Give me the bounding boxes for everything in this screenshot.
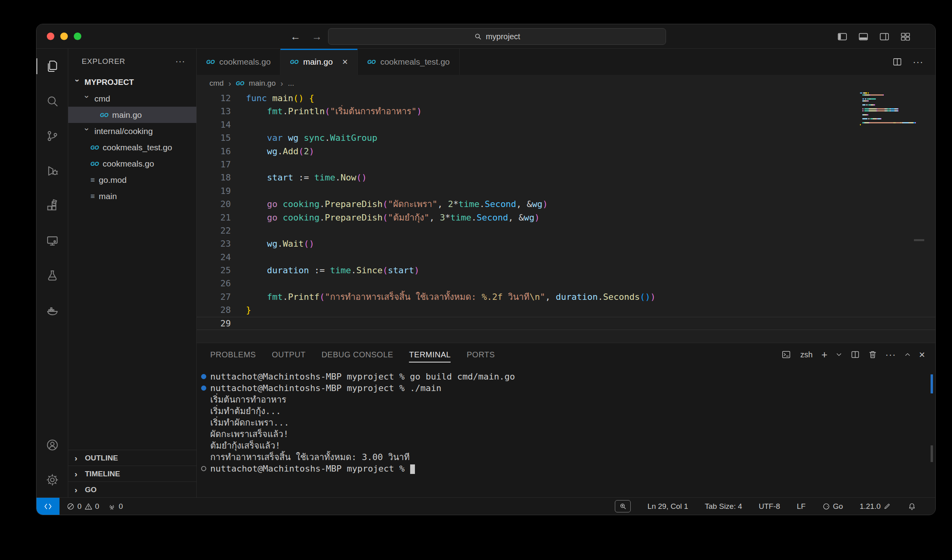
code-token: ) [309,146,314,156]
vscode-window: ← → myproject [36,24,935,515]
tab-main-go[interactable]: GOmain.go× [280,49,358,75]
section-go[interactable]: › GO [68,481,196,497]
command-center-search[interactable]: myproject [328,28,666,45]
terminal-text: ผัดกะเพราเสร็จแล้ว! [210,429,288,439]
remote-indicator[interactable] [36,498,60,515]
split-terminal-icon[interactable] [850,350,860,359]
code-token: wg [267,146,278,156]
code-token: time [330,265,351,275]
close-panel-icon[interactable]: × [919,349,925,361]
code-text: duration := time.Since(start) [246,264,419,277]
explorer-more-actions-icon[interactable]: ··· [175,56,185,67]
activity-run-debug[interactable] [36,153,68,188]
activity-explorer[interactable] [36,49,68,84]
tab-cookmeals-go[interactable]: GOcookmeals.go [197,49,280,75]
minimap[interactable] [860,92,919,128]
breadcrumb-item[interactable]: cmd [209,79,224,88]
tree-item-main[interactable]: ≡main [68,188,196,204]
breadcrumb-item[interactable]: ... [288,79,294,88]
terminal-dropdown-icon[interactable] [835,351,843,358]
notifications-bell-icon[interactable] [908,502,916,511]
code-text: var wg sync.WaitGroup [246,131,377,144]
minimize-window-button[interactable] [60,33,68,40]
code-token: main [272,93,293,103]
code-editor[interactable]: 12func main() {13 fmt.Println("เริ่มต้นก… [197,92,935,343]
code-token: { [309,93,314,103]
activity-settings[interactable] [36,462,68,497]
kill-terminal-trash-icon[interactable] [868,350,877,359]
new-terminal-icon[interactable]: + [821,349,827,361]
tree-item-cookmeals-go[interactable]: GOcookmeals.go [68,155,196,172]
panel-tab-terminal[interactable]: TERMINAL [409,343,451,366]
close-window-button[interactable] [47,33,54,40]
panel-tab-ports[interactable]: PORTS [466,343,495,366]
activity-docker[interactable] [36,293,68,328]
terminal-output[interactable]: nuttachot@Machintoshs-MBP myproject % go… [197,366,935,497]
title-bar[interactable]: ← → myproject [36,24,935,49]
activity-source-control[interactable] [36,119,68,153]
tree-root-myproject[interactable]: › MYPROJECT [68,74,196,90]
shell-name[interactable]: zsh [800,350,813,359]
panel-tab-problems[interactable]: PROBLEMS [210,343,256,366]
language-status[interactable]: Go [822,502,843,511]
back-button[interactable]: ← [290,31,301,43]
toggle-secondary-sidebar-icon[interactable] [879,31,890,42]
panel-more-actions-icon[interactable]: ··· [885,349,896,360]
encoding-status[interactable]: UTF-8 [759,502,780,511]
minimap-line [860,116,919,117]
maximize-window-button[interactable] [74,33,81,40]
breadcrumb-item[interactable]: main.go [249,79,276,88]
eol-status[interactable]: LF [797,502,806,511]
search-value: myproject [486,32,520,41]
ports-status[interactable]: 0 [108,502,123,511]
activity-testing[interactable] [36,258,68,293]
search-icon [46,94,59,108]
source-control-icon [46,129,59,143]
code-token: วินาที [503,292,530,302]
line-number: 18 [197,171,231,184]
tree-item-internal-cooking[interactable]: ›internal/cooking [68,123,196,139]
tree-item-label: cookmeals_test.go [103,143,172,152]
panel-tab-debug-console[interactable]: DEBUG CONSOLE [321,343,393,366]
minimap-segment [873,118,877,119]
tree-item-main-go[interactable]: GOmain.go [68,107,196,123]
tree-item-cookmeals-test-go[interactable]: GOcookmeals_test.go [68,139,196,155]
maximize-panel-icon[interactable] [904,351,911,358]
go-version-status[interactable]: 1.21.0 [860,502,891,511]
minimap-segment [883,94,884,96]
split-editor-icon[interactable] [892,57,902,67]
code-token [246,199,267,209]
minimap-line [860,112,919,113]
tab-size-status[interactable]: Tab Size: 4 [705,502,742,511]
go-file-icon: GO [100,112,108,118]
section-outline[interactable]: › OUTLINE [68,450,196,466]
cursor-position-status[interactable]: Ln 29, Col 1 [647,502,688,511]
toggle-panel-icon[interactable] [858,31,869,42]
close-tab-icon[interactable]: × [342,56,348,67]
terminal-scrollbar-thumb[interactable] [931,445,933,462]
tree-item-cmd[interactable]: ›cmd [68,90,196,107]
section-timeline[interactable]: › TIMELINE [68,466,196,481]
toggle-sidebar-icon[interactable] [837,31,848,42]
window-controls [47,33,81,40]
code-token: ) [534,213,539,222]
activity-search[interactable] [36,84,68,119]
editor-more-actions-icon[interactable]: ··· [913,56,923,67]
code-token: %.2f [482,292,503,302]
activity-remote-explorer[interactable] [36,223,68,258]
zoom-status-button[interactable] [615,500,631,512]
panel-tab-output[interactable]: OUTPUT [272,343,305,366]
terminal-line: ต้มยำกุ้งเสร็จแล้ว! [197,440,935,451]
tab-cookmeals-test-go[interactable]: GOcookmeals_test.go [358,49,460,75]
minimap-segment [869,108,877,109]
minimap-line [860,92,919,94]
customize-layout-icon[interactable] [900,31,911,42]
problems-status[interactable]: 0 0 [67,502,99,511]
code-token: . [283,292,288,302]
code-token [277,213,282,222]
activity-accounts[interactable] [36,428,68,462]
forward-button[interactable]: → [312,31,322,43]
terminal-line: เริ่มต้นการทำอาหาร [197,394,935,405]
tree-item-go-mod[interactable]: ≡go.mod [68,172,196,188]
activity-extensions[interactable] [36,188,68,223]
